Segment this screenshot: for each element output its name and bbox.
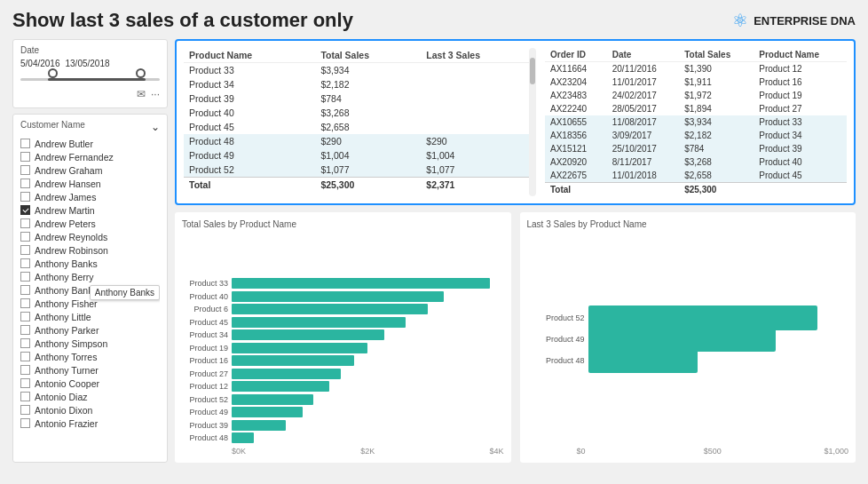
table-row[interactable]: Product 48 $290 $290 (184, 134, 536, 148)
customer-name: Andrew James (35, 192, 96, 202)
customer-checkbox[interactable] (20, 298, 30, 308)
customer-checkbox[interactable] (20, 232, 30, 242)
customer-name: Andrew Graham (35, 165, 102, 176)
customer-checkbox[interactable] (20, 152, 30, 162)
table-row[interactable]: AX20920 8/11/2017 $3,268 Product 40 (545, 155, 847, 169)
table-row[interactable]: AX15121 25/10/2017 $784 Product 39 (545, 142, 847, 155)
customer-checkbox[interactable] (20, 285, 30, 295)
customer-item[interactable]: Antonio Dixon (20, 403, 160, 417)
customer-item[interactable]: Anthony Little (20, 310, 160, 323)
customer-checkbox[interactable] (20, 418, 30, 428)
slider-thumb-right[interactable] (136, 68, 146, 78)
customer-checkbox[interactable] (20, 218, 30, 228)
customer-checkbox[interactable] (20, 258, 30, 268)
customer-item[interactable]: Anthony Torres (20, 350, 160, 363)
customer-item[interactable]: Andrew Fernandez (20, 150, 160, 163)
customer-name: Andrew Martin (35, 205, 95, 216)
customer-checkbox[interactable] (20, 205, 30, 215)
cell-date: 11/01/2017 (607, 75, 679, 89)
customer-item[interactable]: Anthony BanksAnthony Banks (20, 283, 160, 297)
customer-item[interactable]: Andrew Hansen (20, 177, 160, 190)
customer-item[interactable]: Andrew Peters (20, 217, 160, 230)
table-row[interactable]: Product 33 $3,934 (184, 63, 536, 78)
table-row[interactable]: Product 45 $2,658 (184, 120, 536, 134)
customer-item[interactable]: Antonio Frazier (20, 417, 160, 430)
table-row[interactable]: Product 34 $2,182 (184, 77, 536, 91)
table-row[interactable]: Product 49 $1,004 $1,004 (184, 148, 536, 163)
customer-checkbox[interactable] (20, 139, 30, 148)
slider-thumb-left[interactable] (48, 68, 58, 78)
dna-icon: ⚛ (732, 10, 748, 31)
table-row[interactable]: AX11664 20/11/2016 $1,390 Product 12 (545, 62, 847, 76)
customer-item[interactable]: Andrew Robinson (20, 243, 160, 257)
charts-section: Total Sales by Product Name Product 33 P… (175, 212, 856, 463)
customer-item[interactable]: Andrew Martin (20, 203, 160, 217)
axis-1000: $1,000 (758, 447, 848, 456)
bar-fill (588, 348, 698, 373)
table-row[interactable]: AX18356 3/09/2017 $2,182 Product 34 (545, 129, 847, 142)
table-row[interactable]: AX22240 28/05/2017 $1,894 Product 27 (545, 102, 847, 115)
table-row[interactable]: AX10655 11/08/2017 $3,934 Product 33 (545, 115, 847, 129)
col-product-name: Product Name (184, 48, 315, 63)
customer-item[interactable]: Anthony Parker (20, 323, 160, 337)
customer-checkbox[interactable] (20, 312, 30, 321)
customer-checkbox[interactable] (20, 405, 30, 415)
slider-track (20, 78, 160, 81)
bar-row: Product 34 (182, 329, 504, 340)
bar-fill (232, 407, 303, 417)
customer-item[interactable]: Andrew Reynolds (20, 230, 160, 243)
tables-section: Product Name Total Sales Last 3 Sales Pr… (175, 39, 856, 205)
table-row[interactable]: Product 39 $784 (184, 91, 536, 106)
customer-section: Customer Name ⌄ Andrew ButlerAndrew Fern… (12, 114, 168, 463)
customer-checkbox[interactable] (20, 192, 30, 202)
right-bar-chart: Product 52 Product 49 Product 48 (527, 234, 849, 443)
customer-checkbox[interactable] (20, 179, 30, 188)
customer-checkbox[interactable] (20, 165, 30, 175)
bar-fill (232, 355, 354, 366)
bar-label: Product 39 (182, 421, 228, 430)
page-title: Show last 3 sales of a customer only (12, 9, 353, 32)
cell-date: 11/08/2017 (607, 115, 679, 129)
table-row[interactable]: Product 52 $1,077 $1,077 (184, 163, 536, 178)
customer-item[interactable]: Andrew Butler (20, 137, 160, 150)
customer-item[interactable]: Anthony Simpson (20, 337, 160, 350)
customer-checkbox[interactable] (20, 352, 30, 361)
customer-list[interactable]: Andrew ButlerAndrew FernandezAndrew Grah… (20, 137, 160, 456)
customer-item[interactable]: Anthony Berry (20, 270, 160, 283)
customer-item[interactable]: Andrew Graham (20, 163, 160, 177)
customer-name: Anthony Banks (35, 285, 98, 296)
customer-item[interactable]: Antonio Cooper (20, 377, 160, 390)
customer-filter-icon[interactable]: ⌄ (151, 121, 160, 133)
customer-checkbox[interactable] (20, 365, 30, 375)
bar-fill (232, 329, 384, 340)
table-row[interactable]: AX23204 11/01/2017 $1,911 Product 16 (545, 75, 847, 89)
cell-last3: $1,077 (421, 163, 536, 178)
table-row[interactable]: AX22675 11/01/2018 $2,658 Product 45 (545, 169, 847, 183)
customer-checkbox[interactable] (20, 245, 30, 255)
cell-order: AX22240 (545, 102, 607, 115)
bar-track (232, 278, 504, 289)
right-table-header: Order ID Date Total Sales Product Name (545, 48, 847, 62)
table-row[interactable]: Product 40 $3,268 (184, 106, 536, 120)
customer-item[interactable]: Anthony Banks (20, 257, 160, 270)
cell-order: AX11664 (545, 62, 607, 76)
cell-product: Product 48 (184, 134, 315, 148)
customer-name: Andrew Robinson (35, 245, 108, 256)
customer-checkbox[interactable] (20, 325, 30, 335)
table-row[interactable]: AX23483 24/02/2017 $1,972 Product 19 (545, 89, 847, 102)
customer-item[interactable]: Anthony Turner (20, 363, 160, 377)
bar-track (232, 369, 504, 379)
cell-product: Product 39 (754, 142, 847, 155)
customer-checkbox[interactable] (20, 378, 30, 388)
customer-checkbox[interactable] (20, 272, 30, 282)
customer-item[interactable]: Antonio Diaz (20, 390, 160, 403)
cell-total: $2,182 (315, 77, 421, 91)
cell-total: $1,077 (315, 163, 421, 178)
customer-item[interactable]: Andrew James (20, 190, 160, 203)
customer-checkbox[interactable] (20, 392, 30, 401)
customer-checkbox[interactable] (20, 338, 30, 348)
left-table-scrollbar[interactable] (529, 48, 536, 196)
date-slider[interactable] (20, 72, 160, 86)
cell-total: $290 (315, 134, 421, 148)
cell-date: 3/09/2017 (607, 129, 679, 142)
